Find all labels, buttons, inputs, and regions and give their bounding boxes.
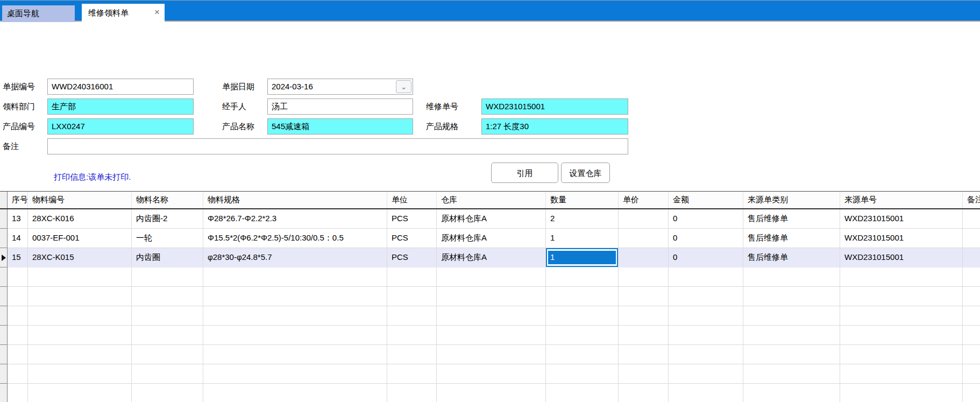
doc-date-field[interactable]: 2024-03-16 ⌄ (267, 79, 413, 95)
cell-source_type[interactable] (743, 326, 840, 345)
cell-unit[interactable] (387, 326, 437, 345)
cell-code[interactable]: 28XC-K015 (28, 248, 132, 267)
cell-no[interactable]: 15 (8, 248, 28, 267)
cell-price[interactable] (619, 326, 669, 345)
cell-no[interactable]: 14 (8, 229, 28, 248)
cell-spec[interactable]: Φ15.5*2(Φ6.2*Φ2.5)-5/10:30/0.5：0.5 (203, 229, 387, 248)
cell-no[interactable] (8, 287, 28, 306)
cell-price[interactable] (619, 287, 669, 306)
cell-warehouse[interactable] (437, 287, 546, 306)
product-name-field[interactable]: 545减速箱 (267, 118, 413, 135)
cell-source_no[interactable] (840, 287, 963, 306)
cell-code[interactable] (28, 345, 132, 364)
remark-field[interactable] (47, 138, 628, 154)
cell-qty[interactable] (546, 306, 619, 326)
cell-warehouse[interactable]: 原材料仓库A (437, 248, 546, 267)
table-row-14[interactable]: 140037-EF-001一轮Φ15.5*2(Φ6.2*Φ2.5)-5/10:3… (0, 229, 980, 248)
handler-field[interactable]: 汤工 (267, 98, 413, 115)
product-no-field[interactable]: LXX0247 (47, 118, 194, 135)
cell-qty[interactable] (546, 364, 619, 384)
set-warehouse-button[interactable]: 设置仓库 (561, 163, 610, 183)
header-spec[interactable]: 物料规格 (203, 192, 387, 208)
cell-no[interactable] (8, 306, 28, 326)
table-row-empty[interactable] (0, 326, 980, 345)
header-warehouse[interactable]: 仓库 (437, 192, 546, 208)
table-row-empty[interactable] (0, 306, 980, 326)
cell-qty[interactable] (546, 267, 619, 287)
cell-amount[interactable] (669, 384, 743, 402)
cell-remark[interactable] (963, 364, 980, 384)
cell-amount[interactable] (669, 267, 743, 287)
cell-price[interactable] (619, 248, 669, 267)
header-name[interactable]: 物料名称 (132, 192, 203, 208)
cell-remark[interactable] (963, 306, 980, 326)
tab-desktop-navigation[interactable]: 桌面导航 (2, 5, 75, 22)
cell-amount[interactable] (669, 287, 743, 306)
cell-warehouse[interactable] (437, 345, 546, 364)
product-spec-field[interactable]: 1:27 长度30 (481, 118, 628, 135)
table-row-13[interactable]: 1328XC-K016内齿圈-2Φ28*26.7-Φ2.2*2.3PCS原材料仓… (0, 209, 980, 229)
cell-spec[interactable] (203, 287, 387, 306)
cell-unit[interactable]: PCS (387, 229, 437, 248)
cell-name[interactable] (132, 267, 203, 287)
cell-spec[interactable]: Φ28*26.7-Φ2.2*2.3 (203, 209, 387, 229)
header-source_type[interactable]: 来源单类别 (743, 192, 840, 208)
cell-qty[interactable] (546, 384, 619, 402)
cell-qty[interactable]: 1 (546, 229, 619, 248)
cell-amount[interactable]: 0 (669, 229, 743, 248)
cell-code[interactable] (28, 287, 132, 306)
cell-unit[interactable]: PCS (387, 248, 437, 267)
cell-amount[interactable]: 0 (669, 248, 743, 267)
cell-price[interactable] (619, 209, 669, 229)
table-row-empty[interactable] (0, 287, 980, 306)
cell-no[interactable] (8, 326, 28, 345)
cell-warehouse[interactable] (437, 384, 546, 402)
doc-no-field[interactable]: WWD240316001 (47, 79, 194, 95)
table-row-empty[interactable] (0, 267, 980, 287)
cell-code[interactable] (28, 267, 132, 287)
cell-warehouse[interactable]: 原材料仓库A (437, 209, 546, 229)
cell-unit[interactable] (387, 267, 437, 287)
cell-qty[interactable]: 1 (546, 248, 619, 267)
cell-spec[interactable]: φ28*30-φ24.8*5.7 (203, 248, 387, 267)
cell-spec[interactable] (203, 364, 387, 384)
cell-amount[interactable] (669, 326, 743, 345)
cell-code[interactable] (28, 306, 132, 326)
cell-name[interactable] (132, 287, 203, 306)
table-row-empty[interactable] (0, 364, 980, 384)
cell-remark[interactable] (963, 267, 980, 287)
cell-amount[interactable] (669, 345, 743, 364)
cell-remark[interactable] (963, 345, 980, 364)
cell-name[interactable]: 内齿圈-2 (132, 209, 203, 229)
cell-source_no[interactable] (840, 345, 963, 364)
cell-no[interactable] (8, 267, 28, 287)
cell-remark[interactable] (963, 229, 980, 248)
cell-warehouse[interactable] (437, 267, 546, 287)
cell-name[interactable]: 一轮 (132, 229, 203, 248)
cell-source_type[interactable] (743, 364, 840, 384)
cell-no[interactable]: 13 (8, 209, 28, 229)
cell-price[interactable] (619, 267, 669, 287)
cell-warehouse[interactable] (437, 364, 546, 384)
cell-source_no[interactable] (840, 267, 963, 287)
chevron-down-icon[interactable]: ⌄ (396, 80, 411, 93)
dept-field[interactable]: 生产部 (47, 98, 194, 115)
cell-unit[interactable] (387, 287, 437, 306)
cell-qty[interactable] (546, 326, 619, 345)
cell-unit[interactable] (387, 384, 437, 402)
table-row-empty[interactable] (0, 345, 980, 364)
cell-unit[interactable] (387, 345, 437, 364)
table-row-15[interactable]: 1528XC-K015内齿圈φ28*30-φ24.8*5.7PCS原材料仓库A1… (0, 248, 980, 267)
cell-price[interactable] (619, 306, 669, 326)
table-row-empty[interactable] (0, 384, 980, 402)
cell-qty[interactable] (546, 287, 619, 306)
header-unit[interactable]: 单位 (387, 192, 437, 208)
header-no[interactable]: 序号 (8, 192, 28, 208)
cell-source_no[interactable] (840, 326, 963, 345)
cell-source_type[interactable]: 售后维修单 (743, 229, 840, 248)
header-amount[interactable]: 金额 (669, 192, 743, 208)
cell-source_no[interactable]: WXD231015001 (840, 209, 963, 229)
cell-unit[interactable] (387, 306, 437, 326)
cell-unit[interactable] (387, 364, 437, 384)
cell-warehouse[interactable] (437, 306, 546, 326)
